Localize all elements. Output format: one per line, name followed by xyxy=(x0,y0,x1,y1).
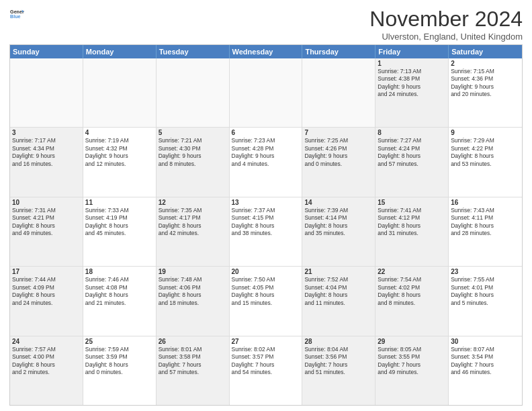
cell-line: Sunset: 4:11 PM xyxy=(451,214,520,222)
cal-day-15: 15Sunrise: 7:41 AMSunset: 4:12 PMDayligh… xyxy=(375,197,449,266)
cell-line: Sunset: 4:21 PM xyxy=(12,214,81,222)
cell-line: and 2 minutes. xyxy=(12,369,81,376)
cell-line: Sunset: 4:02 PM xyxy=(378,284,446,291)
day-number: 13 xyxy=(232,199,300,206)
day-number: 10 xyxy=(12,199,81,206)
day-number: 27 xyxy=(232,338,300,345)
cell-line: and 54 minutes. xyxy=(232,369,300,376)
cell-line: and 20 minutes. xyxy=(451,91,520,98)
cell-line: and 18 minutes. xyxy=(159,300,227,307)
day-number: 23 xyxy=(451,268,520,275)
cell-line: Daylight: 8 hours xyxy=(159,222,227,230)
cell-line: Daylight: 8 hours xyxy=(304,291,373,299)
logo: General Blue xyxy=(9,7,24,21)
title-block: November 2024 Ulverston, England, United… xyxy=(369,7,523,42)
cell-line: Sunset: 3:56 PM xyxy=(304,353,373,361)
cal-day-18: 18Sunrise: 7:46 AMSunset: 4:08 PMDayligh… xyxy=(83,267,157,335)
cell-line: and 8 minutes. xyxy=(159,161,227,168)
day-number: 26 xyxy=(159,338,227,345)
cell-line: and 49 minutes. xyxy=(378,369,446,376)
cell-line: Daylight: 8 hours xyxy=(232,222,300,230)
calendar-row-3: 10Sunrise: 7:31 AMSunset: 4:21 PMDayligh… xyxy=(10,197,522,267)
cell-line: Sunrise: 7:55 AM xyxy=(451,276,520,283)
day-number: 21 xyxy=(304,268,373,275)
cell-line: and 57 minutes. xyxy=(159,369,227,376)
cal-day-16: 16Sunrise: 7:43 AMSunset: 4:11 PMDayligh… xyxy=(449,197,522,266)
cal-day-28: 28Sunrise: 8:04 AMSunset: 3:56 PMDayligh… xyxy=(302,336,375,405)
cell-line: Sunrise: 7:46 AM xyxy=(85,276,154,283)
cal-day-24: 24Sunrise: 7:57 AMSunset: 4:00 PMDayligh… xyxy=(10,336,83,405)
cell-line: Sunset: 3:55 PM xyxy=(378,353,446,361)
location: Ulverston, England, United Kingdom xyxy=(369,32,523,42)
cal-day-19: 19Sunrise: 7:48 AMSunset: 4:06 PMDayligh… xyxy=(157,267,230,335)
cal-day-26: 26Sunrise: 8:01 AMSunset: 3:58 PMDayligh… xyxy=(157,336,230,405)
cell-line: Daylight: 8 hours xyxy=(85,291,154,299)
weekday-header-monday: Monday xyxy=(83,45,157,58)
cell-line: and 15 minutes. xyxy=(232,300,300,307)
cell-line: Daylight: 8 hours xyxy=(159,291,227,299)
calendar-header: SundayMondayTuesdayWednesdayThursdayFrid… xyxy=(10,45,522,58)
cell-line: and 38 minutes. xyxy=(232,230,300,237)
cell-line: Sunrise: 7:54 AM xyxy=(378,276,446,283)
cell-line: Sunrise: 8:02 AM xyxy=(232,346,300,353)
cell-line: Sunset: 4:22 PM xyxy=(451,145,520,152)
day-number: 16 xyxy=(451,199,520,206)
svg-text:Blue: Blue xyxy=(10,14,21,19)
month-title: November 2024 xyxy=(369,7,523,32)
day-number: 7 xyxy=(304,129,373,136)
cal-day-10: 10Sunrise: 7:31 AMSunset: 4:21 PMDayligh… xyxy=(10,197,83,266)
cell-line: Sunset: 4:28 PM xyxy=(232,145,300,152)
cell-line: Daylight: 9 hours xyxy=(159,152,227,160)
cell-line: Sunrise: 7:15 AM xyxy=(451,68,520,75)
weekday-header-saturday: Saturday xyxy=(449,45,522,58)
cell-line: Daylight: 7 hours xyxy=(304,361,373,369)
day-number: 15 xyxy=(378,199,446,206)
cal-day-1: 1Sunrise: 7:13 AMSunset: 4:38 PMDaylight… xyxy=(375,58,449,127)
cell-line: Daylight: 8 hours xyxy=(12,291,81,299)
cell-line: Daylight: 9 hours xyxy=(378,83,446,91)
cell-line: Sunrise: 7:57 AM xyxy=(12,346,81,353)
cal-day-14: 14Sunrise: 7:39 AMSunset: 4:14 PMDayligh… xyxy=(302,197,375,266)
weekday-header-friday: Friday xyxy=(375,45,449,58)
cell-line: Sunrise: 8:01 AM xyxy=(159,346,227,353)
cell-line: Daylight: 8 hours xyxy=(85,222,154,230)
cell-line: and 12 minutes. xyxy=(85,161,154,168)
day-number: 3 xyxy=(12,129,81,136)
cal-day-7: 7Sunrise: 7:25 AMSunset: 4:26 PMDaylight… xyxy=(302,128,375,196)
weekday-header-sunday: Sunday xyxy=(10,45,83,58)
cell-line: Sunset: 4:01 PM xyxy=(451,284,520,291)
cell-line: and 8 minutes. xyxy=(378,300,446,307)
cell-line: Sunrise: 7:39 AM xyxy=(304,207,373,214)
cell-line: and 24 minutes. xyxy=(378,91,446,98)
cell-line: Daylight: 8 hours xyxy=(451,152,520,160)
cell-line: Daylight: 9 hours xyxy=(232,152,300,160)
cal-day-25: 25Sunrise: 7:59 AMSunset: 3:59 PMDayligh… xyxy=(83,336,157,405)
cell-line: Daylight: 8 hours xyxy=(304,222,373,230)
cell-line: Sunrise: 7:59 AM xyxy=(85,346,154,353)
cell-line: and 21 minutes. xyxy=(85,300,154,307)
cell-line: Sunset: 4:09 PM xyxy=(12,284,81,291)
cell-line: Sunrise: 8:05 AM xyxy=(378,346,446,353)
cal-day-30: 30Sunrise: 8:07 AMSunset: 3:54 PMDayligh… xyxy=(449,336,522,405)
cell-line: Sunrise: 7:52 AM xyxy=(304,276,373,283)
cell-line: Daylight: 7 hours xyxy=(232,361,300,369)
cell-line: and 4 minutes. xyxy=(232,161,300,168)
day-number: 20 xyxy=(232,268,300,275)
day-number: 18 xyxy=(85,268,154,275)
day-number: 29 xyxy=(378,338,446,345)
day-number: 19 xyxy=(159,268,227,275)
cell-line: Sunrise: 7:33 AM xyxy=(85,207,154,214)
cal-day-6: 6Sunrise: 7:23 AMSunset: 4:28 PMDaylight… xyxy=(230,128,303,196)
cell-line: Sunset: 4:24 PM xyxy=(378,145,446,152)
cell-line: Daylight: 8 hours xyxy=(85,361,154,369)
day-number: 4 xyxy=(85,129,154,136)
cell-line: and 49 minutes. xyxy=(12,230,81,237)
cell-line: Daylight: 8 hours xyxy=(232,291,300,299)
cell-line: Daylight: 7 hours xyxy=(378,361,446,369)
calendar-grid: SundayMondayTuesdayWednesdayThursdayFrid… xyxy=(9,44,523,406)
logo-icon: General Blue xyxy=(9,7,24,21)
cal-day-12: 12Sunrise: 7:35 AMSunset: 4:17 PMDayligh… xyxy=(157,197,230,266)
cal-day-29: 29Sunrise: 8:05 AMSunset: 3:55 PMDayligh… xyxy=(375,336,449,405)
cell-line: Daylight: 8 hours xyxy=(451,291,520,299)
day-number: 1 xyxy=(378,60,446,67)
